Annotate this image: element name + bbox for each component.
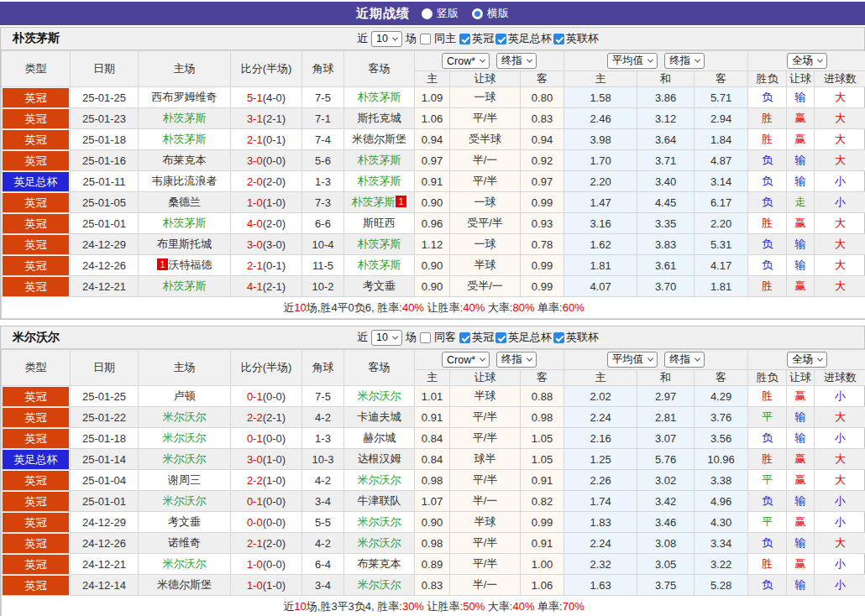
handicap-result-cell: 输 <box>787 491 815 512</box>
league-checkbox[interactable] <box>495 332 506 343</box>
vertical-layout-radio[interactable] <box>422 8 432 19</box>
chevron-down-icon <box>695 356 700 362</box>
type-cell: 英冠 <box>2 575 71 596</box>
result-text: 大 <box>835 410 846 423</box>
league-checkbox-label: 英冠 <box>472 31 494 46</box>
summary-segment: 40% <box>512 600 534 613</box>
goals-result-cell: 大 <box>815 407 865 428</box>
league-checkbox[interactable] <box>459 34 470 44</box>
date-cell: 25-01-04 <box>71 470 139 491</box>
avg-company-select[interactable]: 平均值 <box>607 352 658 368</box>
avg-draw-odds: 3.42 <box>637 491 695 512</box>
crow-away-odds: 0.98 <box>521 407 564 428</box>
winlose-result-cell: 平 <box>748 470 787 491</box>
near-label: 近 <box>357 31 368 46</box>
result-text: 负 <box>762 536 773 549</box>
crow-away-odds: 0.80 <box>521 87 564 108</box>
match-row: 英冠24-12-21朴茨茅斯4-1(2-1)10-2考文垂0.90受半/一0.9… <box>2 276 865 297</box>
same-venue-checkbox[interactable] <box>420 34 431 44</box>
match-row: 英冠24-12-14米德尔斯堡1-0(1-0)3-4米尔沃尔0.83半/一1.0… <box>2 575 865 596</box>
result-text: 负 <box>762 494 773 507</box>
avg-final-value: 终指 <box>669 54 690 68</box>
games-label: 场 <box>406 31 417 46</box>
match-count-select[interactable]: 10 <box>371 330 402 346</box>
result-text: 负 <box>762 196 773 208</box>
fulltime-score: 5-1 <box>247 91 263 104</box>
avg-final-select[interactable]: 终指 <box>664 352 705 368</box>
league-checkbox[interactable] <box>459 332 470 343</box>
date-cell: 24-12-29 <box>71 234 139 255</box>
col-header-away: 客场 <box>344 350 415 386</box>
halftime-score: (0-0) <box>263 516 286 529</box>
match-row: 英冠25-01-18米尔沃尔0-1(0-0)1-3赫尔城0.84平/半1.052… <box>2 428 865 449</box>
date-cell: 24-12-29 <box>71 512 139 533</box>
league-type-badge: 英冠 <box>3 151 69 170</box>
corners-cell: 7-1 <box>302 108 344 129</box>
avg-company-select[interactable]: 平均值 <box>607 53 658 69</box>
match-count-select[interactable]: 10 <box>371 31 402 47</box>
avg-final-select[interactable]: 终指 <box>664 53 705 69</box>
goals-result-cell: 小 <box>815 192 865 213</box>
scope-select[interactable]: 全场 <box>787 53 827 69</box>
league-checkbox[interactable] <box>495 34 506 44</box>
winlose-result-cell: 负 <box>748 255 787 276</box>
match-row: 英冠25-01-05桑德兰1-0(1-0)7-3朴茨茅斯10.90一球0.991… <box>2 192 865 213</box>
result-text: 大 <box>835 279 846 292</box>
crow-handicap: 平/半 <box>450 533 521 554</box>
crow-away-odds: 0.99 <box>521 192 564 213</box>
same-venue-checkbox[interactable] <box>420 332 431 343</box>
handicap-result-cell: 输 <box>787 533 815 554</box>
result-text: 大 <box>835 258 846 271</box>
team-name-text: 朴茨茅斯 <box>358 91 401 103</box>
handicap-result-cell: 赢 <box>787 449 815 470</box>
horizontal-layout-radio[interactable] <box>472 8 483 19</box>
crow-final-select[interactable]: 终指 <box>496 352 537 368</box>
avg-away-odds: 2.94 <box>695 108 748 129</box>
result-text: 输 <box>795 536 806 549</box>
crow-away-odds: 0.91 <box>521 533 564 554</box>
crow-home-odds: 0.90 <box>415 255 450 276</box>
group-header-crow: Crow* 终指 <box>415 51 564 71</box>
corners-cell: 10-2 <box>302 276 344 297</box>
group-header-avg: 平均值 终指 <box>564 51 748 71</box>
league-type-badge: 英冠 <box>3 387 69 406</box>
avg-away-odds: 1.81 <box>695 276 748 297</box>
col-header-away: 客场 <box>344 51 415 87</box>
chevron-down-icon <box>527 356 532 362</box>
score-cell: 3-0(3-0) <box>231 234 302 255</box>
group-header-crow: Crow* 终指 <box>415 350 564 370</box>
league-checkbox[interactable] <box>553 34 564 44</box>
crow-away-odds: 1.06 <box>521 575 564 596</box>
avg-home-odds: 1.58 <box>564 87 637 108</box>
crow-away-odds: 0.99 <box>521 276 564 297</box>
corners-cell: 7-4 <box>302 129 344 150</box>
fulltime-score: 4-0 <box>247 217 263 230</box>
match-rows: 英冠25-01-25西布罗姆维奇5-1(4-0)7-5朴茨茅斯1.09一球0.8… <box>2 87 865 297</box>
handicap-result-cell: 赢 <box>787 108 815 129</box>
near-label: 近 <box>357 330 368 345</box>
league-checkbox-label: 英联杯 <box>566 330 599 345</box>
crow-home-odds: 1.09 <box>415 87 450 108</box>
crow-company-select[interactable]: Crow* <box>442 352 490 368</box>
scope-select[interactable]: 全场 <box>787 352 827 368</box>
league-checkbox[interactable] <box>553 332 564 343</box>
crow-final-select[interactable]: 终指 <box>496 53 537 69</box>
crow-company-select[interactable]: Crow* <box>442 53 490 69</box>
vertical-layout-radio-item[interactable]: 竖版 <box>422 6 459 21</box>
result-text: 赢 <box>795 217 806 229</box>
avg-away-odds: 3.22 <box>695 554 748 575</box>
match-row: 英冠25-01-25西布罗姆维奇5-1(4-0)7-5朴茨茅斯1.09一球0.8… <box>2 87 865 108</box>
crow-home-odds: 0.89 <box>415 554 450 575</box>
corners-cell: 10-3 <box>302 449 344 470</box>
date-cell: 25-01-22 <box>71 407 139 428</box>
avg-draw-odds: 2.97 <box>637 386 695 407</box>
corners-cell: 3-4 <box>302 575 344 596</box>
result-text: 大 <box>835 133 846 145</box>
chevron-down-icon <box>817 57 823 63</box>
away-team-cell: 斯旺西 <box>344 213 415 234</box>
horizontal-layout-radio-item[interactable]: 横版 <box>472 6 509 21</box>
team-name-text: 斯托克城 <box>358 112 401 124</box>
halftime-score: (2-0) <box>263 537 286 550</box>
red-card-badge: 1 <box>157 258 167 270</box>
avg-draw-odds: 4.45 <box>637 192 695 213</box>
